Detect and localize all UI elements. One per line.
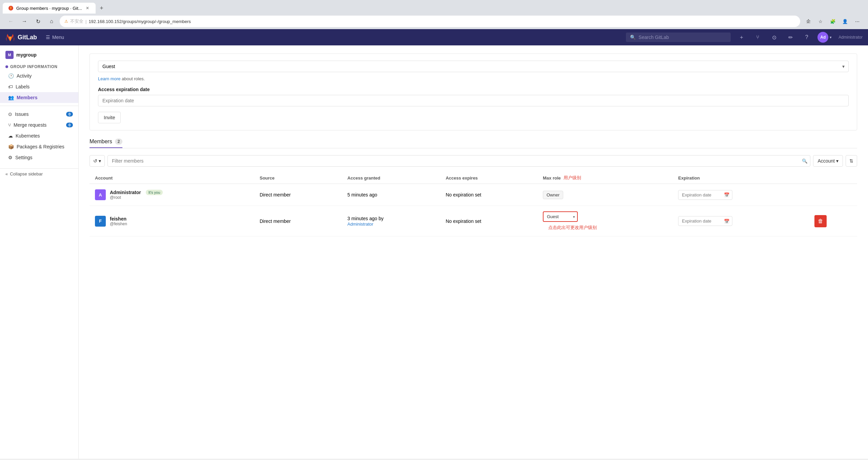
tab-close-btn[interactable]: ✕ <box>85 5 90 11</box>
sidebar-item-activity[interactable]: 🕐 Activity <box>0 70 78 81</box>
expiration-date-input[interactable] <box>98 95 849 106</box>
user-avatar-btn[interactable]: Ad ▾ <box>817 32 832 43</box>
search-icon: 🔍 <box>630 35 636 40</box>
nav-search: 🔍 <box>626 33 731 42</box>
filter-chevron-icon: ▾ <box>99 158 101 164</box>
top-nav: GitLab ☰ Menu 🔍 ＋ ⑂ ⊙ ✏ ? Ad ▾ Administr… <box>0 29 868 45</box>
learn-more-text: Learn more about roles. <box>98 76 849 81</box>
search-icon: 🔍 <box>802 159 808 164</box>
members-tab[interactable]: Members 2 <box>90 139 122 148</box>
admin-calendar-btn[interactable]: 📅 <box>724 192 730 197</box>
browser-chrome: Group members · mygroup · Git... ✕ + ← →… <box>0 0 868 29</box>
guest-select-wrapper: Guest Reporter Developer Maintainer Owne… <box>543 211 578 222</box>
access-expires-col-header: Access expires <box>446 175 478 181</box>
td-account-admin: A Administrator It's you @root <box>90 184 254 206</box>
sidebar-item-packages[interactable]: 📦 Packages & Registries <box>0 141 78 152</box>
group-header[interactable]: M mygroup <box>0 48 78 62</box>
search-input[interactable] <box>638 35 727 40</box>
address-sep: 不安全 <box>70 18 83 24</box>
filter-history-btn[interactable]: ↺ ▾ <box>90 155 105 167</box>
table-row: F feishen @feishen <box>90 206 857 236</box>
forward-btn[interactable]: → <box>19 16 30 27</box>
members-tab-title: Members <box>90 139 112 145</box>
sidebar-item-kubernetes[interactable]: ☁ Kubernetes <box>0 130 78 141</box>
more-btn[interactable]: ⋯ <box>852 16 863 27</box>
sort-btn[interactable]: ⇅ <box>846 155 857 167</box>
reload-btn[interactable]: ↻ <box>33 16 43 27</box>
th-source: Source <box>254 172 342 184</box>
create-btn[interactable]: ＋ <box>736 32 747 43</box>
snippets-btn[interactable]: ✏ <box>785 32 796 43</box>
avatar-chevron: ▾ <box>830 35 832 40</box>
collapse-label: Collapse sidebar <box>10 171 43 176</box>
table-body: A Administrator It's you @root <box>90 184 857 236</box>
feishen-access-granted-by[interactable]: Administrator <box>348 222 374 227</box>
merge-requests-label: Merge requests <box>14 122 46 128</box>
address-input[interactable] <box>88 19 795 24</box>
sidebar-item-labels[interactable]: 🏷 Labels <box>0 81 78 92</box>
filter-members-input[interactable] <box>107 155 810 167</box>
menu-label: Menu <box>52 35 64 40</box>
max-role-header: Max role 用户级别 <box>543 175 667 181</box>
new-tab-btn[interactable]: + <box>97 3 106 13</box>
extension-btn[interactable]: 🧩 <box>827 16 838 27</box>
profile-btn[interactable]: 👤 <box>840 16 850 27</box>
invite-btn[interactable]: Invite <box>98 112 121 123</box>
member-account-admin: A Administrator It's you @root <box>95 189 249 200</box>
td-source-admin: Direct member <box>254 184 342 206</box>
sort-icon: ⇅ <box>849 158 853 164</box>
activity-icon: 🕐 <box>8 73 14 79</box>
sidebar-item-settings[interactable]: ⚙ Settings <box>0 152 78 163</box>
th-account: Account <box>90 172 254 184</box>
back-btn[interactable]: ← <box>5 16 16 27</box>
section-dot <box>5 65 8 68</box>
gitlab-logo: GitLab <box>5 33 37 42</box>
star-btn[interactable]: ☆ <box>815 16 826 27</box>
issues-label: Issues <box>15 111 28 117</box>
role-select[interactable]: Guest Reporter Developer Maintainer Owne… <box>98 61 849 72</box>
activity-label: Activity <box>17 73 32 79</box>
table-header: Account Source Access granted Access exp… <box>90 172 857 184</box>
translate-btn[interactable]: 企 <box>803 16 814 27</box>
sidebar-item-issues[interactable]: ⊙ Issues 0 <box>0 109 78 120</box>
help-btn[interactable]: ? <box>801 32 812 43</box>
issues-btn[interactable]: ⊙ <box>769 32 780 43</box>
packages-icon: 📦 <box>8 144 14 149</box>
collapse-sidebar-btn[interactable]: « Collapse sidebar <box>0 168 78 179</box>
kubernetes-icon: ☁ <box>8 133 13 139</box>
account-col-header: Account <box>95 175 113 181</box>
td-access-granted-admin: 5 minutes ago <box>342 184 440 206</box>
filter-search-btn[interactable]: 🔍 <box>802 159 808 164</box>
home-btn[interactable]: ⌂ <box>46 16 57 27</box>
members-count-badge: 2 <box>115 139 123 145</box>
issues-badge: 0 <box>66 112 73 117</box>
learn-more-link[interactable]: Learn more <box>98 76 120 81</box>
issues-icon: ⊙ <box>8 111 12 117</box>
td-account-feishen: F feishen @feishen <box>90 206 254 236</box>
feishen-role-select[interactable]: Guest Reporter Developer Maintainer Owne… <box>543 211 578 222</box>
account-filter-btn[interactable]: Account ▾ <box>813 155 843 167</box>
menu-btn[interactable]: ☰ Menu <box>42 33 67 42</box>
labels-label: Labels <box>16 84 29 89</box>
its-you-badge: It's you <box>146 190 163 195</box>
section-label: Group information <box>10 64 57 69</box>
collapse-icon: « <box>5 171 8 176</box>
address-bar: ⚠ 不安全 | <box>60 16 800 27</box>
mr-btn[interactable]: ⑂ <box>752 32 763 43</box>
sidebar-item-members[interactable]: 👥 Members <box>0 92 78 103</box>
filter-bar: ↺ ▾ 🔍 Account ▾ ⇅ <box>90 155 857 167</box>
address-divider: | <box>85 19 86 24</box>
td-actions-admin <box>809 184 857 206</box>
group-avatar: M <box>5 51 14 59</box>
admin-avatar: A <box>95 189 106 200</box>
th-max-role: Max role 用户级别 <box>537 172 673 184</box>
source-col-header: Source <box>260 175 275 181</box>
admin-role-badge: Owner <box>543 191 563 199</box>
active-tab: Group members · mygroup · Git... ✕ <box>3 3 96 14</box>
labels-icon: 🏷 <box>8 84 13 89</box>
admin-source: Direct member <box>260 192 291 197</box>
sidebar-item-merge-requests[interactable]: ⑂ Merge requests 0 <box>0 120 78 130</box>
feishen-delete-btn[interactable]: 🗑 <box>814 215 827 227</box>
feishen-calendar-btn[interactable]: 📅 <box>724 218 730 224</box>
td-max-role-feishen: Guest Reporter Developer Maintainer Owne… <box>537 206 673 236</box>
